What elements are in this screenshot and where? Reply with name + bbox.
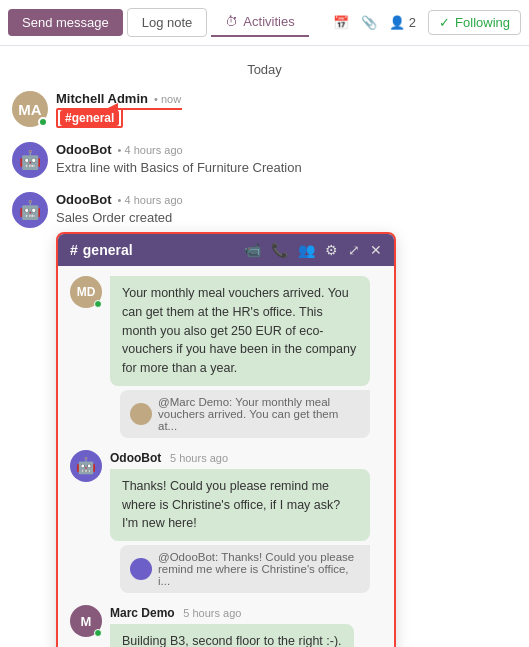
popup-body: MD Your monthly meal vouchers arrived. Y… (58, 266, 394, 647)
quoted-message: @OdooBot: Thanks! Could you please remin… (120, 545, 370, 593)
quoted-message: @Marc Demo: Your monthly meal vouchers a… (120, 390, 370, 438)
message-time: • 4 hours ago (118, 144, 183, 156)
message-row: 🤖 OdooBot • 4 hours ago Extra line with … (12, 142, 517, 178)
video-icon[interactable]: 📹 (244, 242, 261, 258)
check-icon: ✓ (439, 15, 450, 30)
chat-author: Marc Demo (110, 606, 175, 620)
message-author: OdooBot (56, 192, 112, 207)
group-icon[interactable]: 👥 (298, 242, 315, 258)
send-message-button[interactable]: Send message (8, 9, 123, 36)
chat-area: Today MA Mitchell Admin • now #general (0, 46, 529, 647)
user-count[interactable]: 👤 2 (389, 15, 416, 30)
chat-popup: # general 📹 📞 👥 ⚙ ⤢ ✕ MD (56, 232, 396, 647)
avatar: M (70, 605, 102, 637)
toolbar-icons: 📅 📎 👤 2 ✓ Following (333, 10, 521, 35)
online-indicator (94, 629, 102, 637)
clock-icon: ⏱ (225, 14, 238, 29)
online-indicator (94, 300, 102, 308)
toolbar: Send message Log note ⏱ Activities 📅 📎 👤… (0, 0, 529, 46)
close-icon[interactable]: ✕ (370, 242, 382, 258)
avatar: 🤖 (70, 450, 102, 482)
chat-message-row: M Marc Demo 5 hours ago Building B3, sec… (70, 605, 382, 647)
chat-message-row: MD Your monthly meal vouchers arrived. Y… (70, 276, 382, 444)
phone-icon[interactable]: 📞 (271, 242, 288, 258)
message-row: MA Mitchell Admin • now #general (12, 91, 517, 128)
schedule-icon[interactable]: 📅 (333, 15, 349, 30)
popup-title: # general (70, 242, 234, 258)
chat-bubble: Building B3, second floor to the right :… (110, 624, 354, 647)
chat-message-row: 🤖 OdooBot 5 hours ago Thanks! Could you … (70, 450, 382, 599)
avatar: 🤖 (12, 192, 48, 228)
message-text: Extra line with Basics of Furniture Crea… (56, 159, 302, 177)
avatar: MD (70, 276, 102, 308)
expand-icon[interactable]: ⤢ (348, 242, 360, 258)
tab-activities[interactable]: ⏱ Activities (211, 8, 308, 37)
mini-avatar (130, 558, 152, 580)
avatar: MA (12, 91, 48, 127)
message-time: • 4 hours ago (118, 194, 183, 206)
online-indicator (38, 117, 48, 127)
users-icon: 👤 (389, 15, 405, 30)
message-text: Sales Order created (56, 209, 183, 227)
message-author: OdooBot (56, 142, 112, 157)
message-row: 🤖 OdooBot • 4 hours ago Sales Order crea… (12, 192, 517, 647)
attachment-icon[interactable]: 📎 (361, 15, 377, 30)
arrow-annotation (102, 99, 192, 119)
chat-time: 5 hours ago (170, 452, 228, 464)
hash-icon: # (70, 242, 78, 258)
popup-header-icons: 📹 📞 👥 ⚙ ⤢ ✕ (244, 242, 382, 258)
log-note-button[interactable]: Log note (127, 8, 208, 37)
chat-time: 5 hours ago (183, 607, 241, 619)
today-label: Today (12, 62, 517, 77)
popup-header: # general 📹 📞 👥 ⚙ ⤢ ✕ (58, 234, 394, 266)
chat-bubble: Thanks! Could you please remind me where… (110, 469, 370, 541)
following-button[interactable]: ✓ Following (428, 10, 521, 35)
chat-author: OdooBot (110, 451, 161, 465)
settings-icon[interactable]: ⚙ (325, 242, 338, 258)
mini-avatar (130, 403, 152, 425)
avatar: 🤖 (12, 142, 48, 178)
chat-bubble: Your monthly meal vouchers arrived. You … (110, 276, 370, 386)
